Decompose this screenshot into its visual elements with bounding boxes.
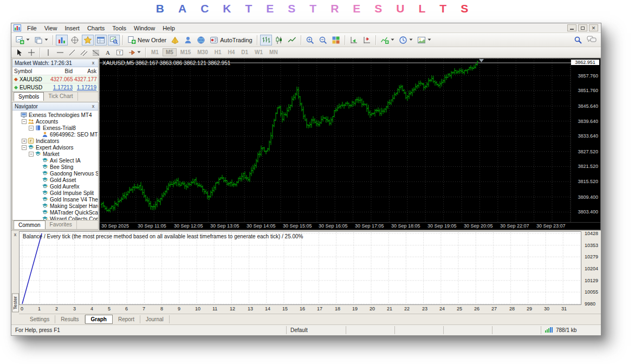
- tree-item-axi-select-ia[interactable]: Axi Select IA: [14, 157, 98, 164]
- timeframe-h1[interactable]: H1: [212, 49, 224, 56]
- new-order-button[interactable]: New Order: [126, 35, 168, 46]
- autotrading-button[interactable]: AutoTrading: [208, 35, 254, 46]
- chart-shift-button[interactable]: [361, 35, 373, 46]
- tree-item-gold-insane-v4-the-l[interactable]: Gold Insane V4 The L: [14, 196, 98, 203]
- text-label-button[interactable]: T: [114, 48, 125, 57]
- tree-item-gaodong-nervous-sy[interactable]: Gaodong Nervous Sy: [14, 170, 98, 177]
- price-chart[interactable]: XAUUSD,M5 3862.167 3863.086 3862.121 386…: [99, 58, 601, 230]
- metaeditor-button[interactable]: [169, 35, 181, 46]
- menu-item-view[interactable]: View: [41, 24, 61, 32]
- tester-tab-report[interactable]: Report: [113, 315, 140, 323]
- menu-item-insert[interactable]: Insert: [61, 24, 83, 32]
- candlestick-chart-button[interactable]: [273, 35, 285, 46]
- timeframe-d1[interactable]: D1: [238, 49, 251, 56]
- collapse-toggle-icon[interactable]: −: [29, 126, 34, 131]
- menu-item-file[interactable]: File: [23, 24, 41, 32]
- profiles-button[interactable]: [33, 35, 50, 46]
- tree-item-exness-technologies-mt4[interactable]: Exness Technologies MT4: [14, 112, 98, 118]
- tester-tab-journal[interactable]: Journal: [140, 315, 170, 323]
- data-window-button[interactable]: [69, 35, 81, 46]
- timeframe-mn[interactable]: MN: [267, 49, 281, 56]
- strategy-tester-button[interactable]: [108, 35, 120, 46]
- tree-item-making-scalper-harc[interactable]: Making Scalper Harc: [14, 203, 98, 209]
- templates-button[interactable]: [416, 35, 433, 46]
- zoom-in-button[interactable]: [304, 35, 316, 46]
- dropdown-caret-icon[interactable]: [44, 38, 48, 41]
- periods-button[interactable]: [397, 35, 414, 46]
- trendline-button[interactable]: [67, 48, 77, 57]
- dropdown-caret-icon[interactable]: [427, 38, 431, 41]
- shapes-button[interactable]: [126, 48, 142, 57]
- vertical-line-button[interactable]: [43, 48, 54, 57]
- dropdown-caret-icon[interactable]: [391, 38, 394, 41]
- status-profile[interactable]: Default: [287, 326, 346, 334]
- tree-item-69649962-seo-mt4[interactable]: 69649962: SEO MT4: [14, 131, 98, 138]
- market-watch-tab-symbols[interactable]: Symbols: [14, 92, 44, 101]
- tree-item-market[interactable]: −Market: [14, 151, 98, 157]
- market-watch-close-icon[interactable]: x: [90, 60, 96, 66]
- tree-item-indicators[interactable]: +fIndicators: [14, 138, 98, 144]
- timeframe-m5[interactable]: M5: [163, 48, 177, 56]
- tree-item-gold-asset[interactable]: Gold Asset: [14, 177, 98, 183]
- tree-item-bee-sting[interactable]: Bee Sting: [14, 164, 98, 170]
- menu-item-window[interactable]: Window: [130, 24, 159, 32]
- expand-toggle-icon[interactable]: +: [22, 139, 27, 144]
- new-chart-button[interactable]: [14, 35, 31, 46]
- timeframe-m1[interactable]: M1: [148, 49, 161, 56]
- tree-item-exness-trial8[interactable]: −Exness-Trial8: [14, 125, 98, 131]
- tester-close-icon[interactable]: x: [12, 232, 18, 237]
- navigator-close-icon[interactable]: x: [90, 103, 96, 109]
- cursor-button[interactable]: [14, 48, 25, 57]
- terminal-button[interactable]: [95, 35, 107, 46]
- website-button[interactable]: [195, 35, 207, 46]
- menu-item-tools[interactable]: Tools: [108, 24, 130, 32]
- collapse-toggle-icon[interactable]: −: [22, 145, 27, 150]
- tree-item-gold-aurefix[interactable]: Gold Aurefix: [14, 183, 98, 190]
- tree-item-gold-impulse-split[interactable]: Gold Impulse Split: [14, 190, 98, 196]
- quote-row-eurusd[interactable]: ◆EURUSD1.172131.17219: [12, 83, 98, 92]
- indicators-button[interactable]: [379, 35, 396, 46]
- collapse-toggle-icon[interactable]: −: [22, 119, 27, 124]
- navigator-tab-favorites[interactable]: Favorites: [46, 220, 77, 229]
- timeframe-m15[interactable]: M15: [178, 49, 193, 56]
- close-button[interactable]: ✕: [589, 24, 598, 31]
- timeframe-m30[interactable]: M30: [195, 49, 210, 56]
- tester-tab-settings[interactable]: Settings: [24, 315, 55, 323]
- tester-side-label[interactable]: Tester: [12, 294, 19, 313]
- tree-item-expert-advisors[interactable]: −Expert Advisors: [14, 144, 98, 151]
- dropdown-caret-icon[interactable]: [26, 38, 30, 41]
- line-chart-button[interactable]: [286, 35, 298, 46]
- search-button[interactable]: [572, 35, 584, 46]
- tree-item-accounts[interactable]: −Accounts: [14, 118, 98, 125]
- auto-scroll-button[interactable]: [348, 35, 360, 46]
- tester-tab-graph[interactable]: Graph: [85, 315, 113, 324]
- tester-tab-results[interactable]: Results: [55, 315, 85, 323]
- horizontal-line-button[interactable]: [55, 48, 66, 57]
- restore-button[interactable]: [578, 24, 587, 31]
- crosshair-button[interactable]: [26, 48, 37, 57]
- market-watch-button[interactable]: [56, 35, 68, 46]
- text-button[interactable]: A: [102, 48, 113, 57]
- tree-item-wizard-collects-con[interactable]: Wizard Collects Con: [14, 216, 98, 220]
- navigator-tab-common[interactable]: Common: [14, 220, 46, 229]
- community-button[interactable]: [182, 35, 194, 46]
- dropdown-caret-icon[interactable]: [137, 51, 141, 54]
- fibonacci-button[interactable]: [90, 48, 101, 57]
- tile-windows-button[interactable]: [330, 35, 342, 46]
- collapse-toggle-icon[interactable]: −: [29, 152, 34, 157]
- quote-row-xauusd[interactable]: ◆XAUUSD4327.0654327.177: [12, 75, 98, 83]
- channel-button[interactable]: [79, 48, 89, 57]
- minimize-button[interactable]: [567, 24, 576, 31]
- chat-button[interactable]: [585, 35, 598, 46]
- menu-item-charts[interactable]: Charts: [83, 24, 108, 32]
- timeframe-h4[interactable]: H4: [225, 49, 238, 56]
- menu-item-help[interactable]: Help: [159, 24, 179, 32]
- tree-item-matrader-quickscal[interactable]: MATrader QuickScal: [14, 209, 98, 216]
- timeframe-w1[interactable]: W1: [252, 49, 265, 56]
- zoom-out-button[interactable]: [317, 35, 329, 46]
- market-watch-tab-tick-chart[interactable]: Tick Chart: [44, 92, 77, 101]
- chart-canvas[interactable]: [100, 58, 600, 223]
- bar-chart-button[interactable]: [260, 35, 272, 46]
- dropdown-caret-icon[interactable]: [409, 38, 413, 41]
- navigator-button[interactable]: [82, 35, 94, 46]
